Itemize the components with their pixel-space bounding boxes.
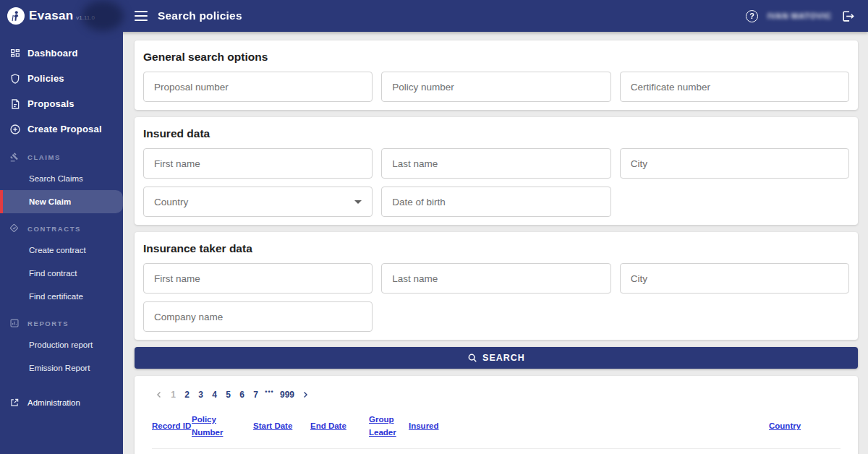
section-title: Insurance taker data [143, 242, 849, 255]
sidebar-item-new-claim[interactable]: New Claim [0, 190, 123, 213]
sidebar: Evasan v1.11.0 Dashboard Policies [0, 0, 123, 454]
page-number[interactable]: 999 [276, 390, 298, 400]
sidebar-item-label: Create contract [29, 246, 86, 254]
sidebar-section-contracts: CONTRACTS [0, 218, 123, 239]
taker-city-input[interactable] [620, 263, 849, 294]
dashboard-icon [9, 47, 21, 59]
search-button[interactable]: SEARCH [135, 347, 858, 369]
sidebar-item-find-contract[interactable]: Find contract [0, 262, 123, 285]
evasan-logo-icon [7, 7, 25, 25]
insured-first-name-input[interactable] [143, 148, 373, 179]
column-header-country[interactable]: Country [769, 420, 809, 433]
pagination: 1 2 3 4 5 6 7 ••• 999 [152, 387, 841, 402]
insured-date-of-birth-input[interactable] [381, 187, 610, 217]
section-label: CLAIMS [27, 153, 61, 161]
page-number[interactable]: 4 [208, 390, 221, 400]
menu-icon[interactable] [135, 11, 148, 21]
section-title: Insured data [143, 127, 849, 140]
page-title: Search policies [158, 9, 242, 22]
column-header-record-id[interactable]: Record ID [152, 420, 192, 433]
search-icon [467, 353, 477, 363]
page-number[interactable]: 3 [194, 390, 208, 400]
sidebar-section-reports: REPORTS [0, 313, 123, 333]
sidebar-item-label: Emission Report [29, 364, 90, 372]
sidebar-item-production-report[interactable]: Production report [0, 333, 123, 356]
sidebar-item-search-claims[interactable]: Search Claims [0, 167, 123, 190]
sidebar-item-label: Search Claims [29, 174, 83, 183]
sidebar-item-emission-report[interactable]: Emission Report [0, 356, 123, 380]
page-ellipsis: ••• [263, 388, 276, 395]
search-button-label: SEARCH [482, 353, 525, 363]
brand: Evasan v1.11.0 [0, 0, 123, 32]
sidebar-item-create-contract[interactable]: Create contract [0, 239, 123, 262]
logout-icon[interactable] [841, 9, 855, 23]
sidebar-item-dashboard[interactable]: Dashboard [0, 40, 123, 66]
column-header-start-date[interactable]: Start Date [253, 420, 310, 433]
sidebar-item-label: Proposals [27, 98, 75, 109]
column-header-group-leader[interactable]: Group Leader [369, 414, 404, 440]
sidebar-item-label: Dashboard [27, 48, 78, 59]
sidebar-item-label: Find certificate [29, 292, 83, 301]
taker-company-name-input[interactable] [143, 301, 373, 332]
column-header-insured[interactable]: Insured [409, 420, 448, 433]
help-icon[interactable]: ? [746, 10, 758, 22]
certificate-icon [9, 223, 20, 234]
policy-number-input[interactable] [381, 72, 610, 102]
sidebar-item-label: Find contract [29, 269, 77, 278]
chevron-down-icon [354, 200, 362, 204]
column-header-policy-number[interactable]: Policy Number [192, 414, 235, 440]
sidebar-item-administration[interactable]: Administration [0, 391, 123, 414]
sidebar-item-proposals[interactable]: Proposals [0, 91, 123, 116]
results-table-header: Record ID Policy Number Start Date End D… [152, 414, 841, 449]
page-number[interactable]: 2 [180, 390, 194, 400]
sidebar-item-find-certificate[interactable]: Find certificate [0, 285, 123, 308]
sidebar-section-claims: CLAIMS [0, 147, 123, 167]
page-number[interactable]: 7 [249, 390, 263, 400]
next-page-icon[interactable] [298, 387, 312, 402]
section-label: REPORTS [27, 320, 69, 327]
page-number[interactable]: 6 [235, 390, 249, 400]
taker-first-name-input[interactable] [143, 263, 373, 294]
sidebar-nav: Dashboard Policies Proposals [0, 32, 123, 414]
sidebar-item-label: Policies [27, 73, 64, 84]
insurance-taker-card: Insurance taker data [135, 232, 858, 340]
sidebar-item-label: New Claim [29, 197, 71, 206]
page-number[interactable]: 1 [166, 390, 180, 400]
section-label: CONTRACTS [27, 225, 81, 233]
plus-circle-icon [9, 123, 21, 135]
page-number[interactable]: 5 [221, 390, 235, 400]
column-header-end-date[interactable]: End Date [310, 420, 369, 433]
insured-data-card: Insured data Country [135, 117, 858, 225]
taker-last-name-input[interactable] [381, 263, 610, 294]
insured-city-input[interactable] [620, 148, 849, 179]
sidebar-item-label: Administration [27, 398, 80, 407]
sidebar-item-create-proposal[interactable]: Create Proposal [0, 116, 123, 142]
results-card: 1 2 3 4 5 6 7 ••• 999 Record ID Policy N… [135, 376, 858, 454]
shield-icon [9, 72, 21, 85]
document-icon [9, 98, 21, 110]
select-placeholder: Country [154, 197, 188, 207]
external-link-icon [9, 398, 20, 408]
bar-chart-icon [9, 318, 20, 329]
user-name: IVAN MATOVIC [767, 12, 832, 20]
section-title: General search options [143, 51, 849, 64]
gavel-icon [9, 152, 20, 163]
certificate-number-input[interactable] [620, 72, 849, 102]
redacted-blur [82, 1, 124, 31]
sidebar-item-label: Production report [29, 340, 93, 349]
brand-name: Evasan [29, 9, 73, 23]
insured-country-select[interactable]: Country [143, 187, 373, 217]
sidebar-item-policies[interactable]: Policies [0, 66, 123, 91]
topbar: Search policies ? IVAN MATOVIC [0, 0, 868, 32]
general-search-card: General search options [135, 40, 858, 110]
main-content: General search options Insured data Coun… [123, 32, 868, 454]
insured-last-name-input[interactable] [381, 148, 610, 179]
sidebar-item-label: Create Proposal [27, 124, 102, 134]
proposal-number-input[interactable] [143, 72, 373, 102]
prev-page-icon[interactable] [152, 387, 166, 402]
